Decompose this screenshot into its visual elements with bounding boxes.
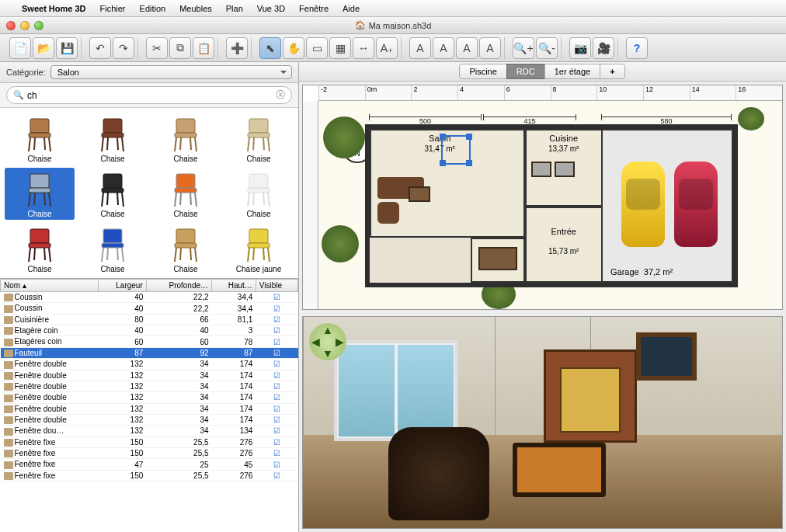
furniture-row[interactable]: Fenêtre fixe 15025,5276 ☑: [1, 470, 298, 481]
text-decrease-icon[interactable]: A: [479, 37, 501, 59]
column-header[interactable]: Nom ▴: [1, 280, 99, 292]
category-select[interactable]: Salon: [50, 65, 292, 79]
column-header[interactable]: Profonde…: [146, 280, 211, 292]
nav-3d-control[interactable]: ▲ ▼ ◀ ▶: [309, 323, 346, 360]
catalog-item[interactable]: Chaise jaune: [224, 223, 294, 275]
menu-aide[interactable]: Aide: [343, 4, 360, 13]
plan-tab[interactable]: RDC: [506, 64, 545, 79]
visible-checkbox[interactable]: ☑: [256, 359, 297, 370]
plan-tab[interactable]: 1er étage: [544, 64, 600, 79]
furniture-row[interactable]: Etagères coin 606078 ☑: [1, 336, 298, 347]
open-icon[interactable]: 📂: [33, 37, 54, 59]
visible-checkbox[interactable]: ☑: [256, 292, 297, 303]
visible-checkbox[interactable]: ☑: [256, 392, 297, 403]
furniture-row[interactable]: Coussin 4022,234,4 ☑: [1, 303, 298, 314]
new-file-icon[interactable]: 📄: [9, 37, 31, 59]
visible-checkbox[interactable]: ☑: [256, 459, 297, 470]
menu-plan[interactable]: Plan: [226, 4, 243, 13]
redo-icon[interactable]: ↷: [113, 37, 134, 59]
text-increase-icon[interactable]: A: [456, 37, 478, 59]
visible-checkbox[interactable]: ☑: [256, 314, 297, 325]
furniture-row[interactable]: Fenêtre double 13234174 ☑: [1, 370, 298, 381]
video-icon[interactable]: 🎥: [593, 37, 614, 59]
plan-2d-view[interactable]: -20m246810121416 N 500 415 580 Salon 31,…: [302, 85, 783, 310]
pan-icon[interactable]: ✋: [283, 37, 304, 59]
furniture-row[interactable]: Cuisinière 806681,1 ☑: [1, 314, 298, 325]
room-cuisine[interactable]: Cuisine 13,37 m²: [525, 129, 610, 207]
catalog-item[interactable]: Chaise: [78, 168, 148, 220]
nav-right-icon[interactable]: ▶: [336, 336, 344, 348]
menu-fenetre[interactable]: Fenêtre: [299, 4, 329, 13]
catalog-item[interactable]: Chaise: [5, 223, 75, 275]
dimension-icon[interactable]: ↔: [353, 37, 374, 59]
search-input[interactable]: [27, 90, 273, 101]
appliance[interactable]: [555, 162, 575, 177]
menu-vue3d[interactable]: Vue 3D: [257, 4, 285, 13]
catalog-item[interactable]: Chaise: [224, 168, 294, 220]
catalog-item[interactable]: Chaise: [224, 113, 294, 165]
furniture-row[interactable]: Coussin 4022,234,4 ☑: [1, 292, 298, 303]
menu-meubles[interactable]: Meubles: [179, 4, 212, 13]
furniture-armchair[interactable]: [377, 202, 399, 224]
copy-icon[interactable]: ⧉: [169, 37, 191, 59]
furniture-row[interactable]: Fauteuil 879287 ☑: [1, 347, 298, 358]
room-icon[interactable]: ▦: [329, 37, 351, 59]
column-header[interactable]: Largeur: [99, 280, 146, 292]
zoom-in-icon[interactable]: 🔍+: [513, 37, 534, 59]
text-style-italic-icon[interactable]: A: [433, 37, 454, 59]
furniture-row[interactable]: Fenêtre double 13234174 ☑: [1, 403, 298, 414]
visible-checkbox[interactable]: ☑: [256, 414, 297, 425]
catalog-search[interactable]: 🔍 ⓧ: [6, 86, 292, 104]
visible-checkbox[interactable]: ☑: [256, 448, 297, 459]
visible-checkbox[interactable]: ☑: [256, 426, 297, 436]
furniture-row[interactable]: Etagère coin 40403 ☑: [1, 325, 298, 336]
catalog-item[interactable]: Chaise: [5, 168, 75, 220]
plan-tab[interactable]: Piscine: [459, 64, 506, 79]
furniture-dining-table[interactable]: [478, 247, 517, 270]
furniture-list[interactable]: Nom ▴LargeurProfonde…Haut…Visible Coussi…: [0, 279, 298, 532]
visible-checkbox[interactable]: ☑: [256, 470, 297, 481]
visible-checkbox[interactable]: ☑: [256, 381, 297, 391]
catalog-item[interactable]: Chaise: [5, 113, 75, 165]
furniture-row[interactable]: Fenêtre double 13234174 ☑: [1, 381, 298, 391]
visible-checkbox[interactable]: ☑: [256, 370, 297, 381]
text-style-bold-icon[interactable]: A: [409, 37, 431, 59]
catalog-item[interactable]: Chaise: [78, 113, 148, 165]
visible-checkbox[interactable]: ☑: [256, 347, 297, 358]
camera-icon[interactable]: 📷: [569, 37, 591, 59]
zoom-out-icon[interactable]: 🔍-: [536, 37, 558, 59]
appliance[interactable]: [531, 162, 551, 177]
nav-down-icon[interactable]: ▼: [322, 347, 333, 360]
add-furniture-icon[interactable]: ➕: [226, 37, 248, 59]
add-level-button[interactable]: +: [600, 64, 624, 79]
plan-canvas[interactable]: N 500 415 580 Salon 31,47 m²: [318, 101, 782, 309]
view-3d[interactable]: ▲ ▼ ◀ ▶: [302, 316, 783, 529]
furniture-row[interactable]: Fenêtre fixe 15025,5276 ☑: [1, 436, 298, 447]
plant[interactable]: [323, 116, 365, 158]
car-red[interactable]: [674, 162, 718, 247]
room-salon[interactable]: Salon 31,47 m²: [370, 129, 525, 238]
catalog-item[interactable]: Chaise: [151, 113, 221, 165]
clear-search-icon[interactable]: ⓧ: [276, 89, 285, 102]
app-menu[interactable]: Sweet Home 3D: [22, 4, 86, 13]
car-yellow[interactable]: [621, 162, 665, 247]
room-dining[interactable]: [471, 238, 525, 283]
visible-checkbox[interactable]: ☑: [256, 403, 297, 414]
paste-icon[interactable]: 📋: [193, 37, 214, 59]
help-icon[interactable]: ?: [626, 37, 648, 59]
room-garage[interactable]: Garage 37,2 m²: [601, 129, 733, 283]
furniture-row[interactable]: Fenêtre double 13234174 ☑: [1, 414, 298, 425]
minimize-window-icon[interactable]: [20, 21, 30, 30]
close-window-icon[interactable]: [6, 21, 16, 30]
wall-icon[interactable]: ▭: [306, 37, 328, 59]
menu-edition[interactable]: Edition: [140, 4, 166, 13]
select-icon[interactable]: ⬉: [259, 37, 281, 59]
visible-checkbox[interactable]: ☑: [256, 336, 297, 347]
menu-fichier[interactable]: Fichier: [100, 4, 126, 13]
cut-icon[interactable]: ✂: [146, 37, 168, 59]
undo-icon[interactable]: ↶: [89, 37, 111, 59]
save-icon[interactable]: 💾: [56, 37, 78, 59]
house-outline[interactable]: Salon 31,47 m² Cuisine 13,37 m²: [365, 124, 738, 287]
visible-checkbox[interactable]: ☑: [256, 303, 297, 314]
catalog-item[interactable]: Chaise: [78, 223, 148, 275]
